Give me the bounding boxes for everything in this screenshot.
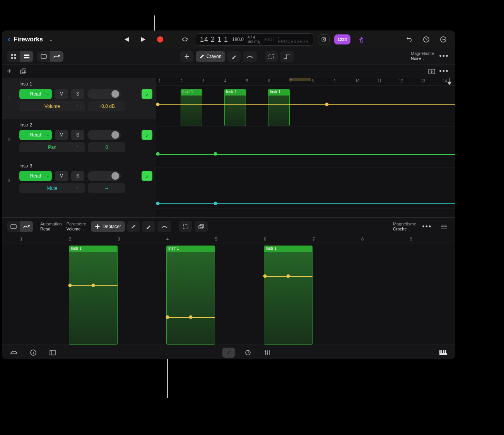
- automation-mode-button[interactable]: Read⌃⌄: [19, 171, 52, 181]
- track-1[interactable]: 1 Instr 1 Read⌃⌄ M S Volume⌃⌄ +0.0 dB ♪: [2, 78, 156, 119]
- editor-pencil-tool[interactable]: [127, 221, 140, 232]
- metronome-button[interactable]: [355, 34, 367, 45]
- duplicate-track-button[interactable]: [17, 66, 29, 77]
- info-button[interactable]: [27, 348, 39, 358]
- volume-slider[interactable]: [87, 130, 121, 140]
- mute-button[interactable]: M: [55, 130, 68, 140]
- brush-tool[interactable]: [227, 51, 241, 62]
- region[interactable]: Instr 1: [181, 89, 203, 126]
- track-3[interactable]: 3 Instr 3 Read⌃⌄ M S Mute⌃⌄ -- ♪: [2, 160, 156, 201]
- automation-mode-button[interactable]: Read⌃⌄: [19, 130, 52, 140]
- automation-line[interactable]: [156, 104, 455, 105]
- track-name[interactable]: Instr 1: [19, 81, 152, 87]
- keyboard-button[interactable]: [437, 348, 449, 358]
- move-tool[interactable]: [180, 51, 193, 62]
- solo-button[interactable]: S: [71, 171, 84, 181]
- editor-curve-tool[interactable]: [157, 221, 171, 232]
- automation-param-value[interactable]: --: [88, 183, 125, 193]
- mixer-button[interactable]: [261, 348, 273, 358]
- editor-region-view[interactable]: [7, 221, 20, 232]
- automation-param-select[interactable]: Volume⌃⌄: [19, 101, 85, 111]
- editor-region[interactable]: Instr 1: [264, 246, 313, 345]
- track-more-button[interactable]: •••: [438, 66, 450, 77]
- automation-line[interactable]: [156, 154, 455, 155]
- snap-control[interactable]: Magnétisme Noire ⌄: [411, 51, 434, 61]
- editor-more-button[interactable]: •••: [421, 221, 433, 232]
- automation-point[interactable]: [156, 103, 160, 106]
- arrange-ruler[interactable]: 1234567891011121314: [156, 78, 455, 86]
- grid-view-button[interactable]: [7, 51, 20, 62]
- pencil-footer-button[interactable]: [222, 348, 235, 358]
- settings-button[interactable]: [437, 34, 449, 45]
- automation-param-value[interactable]: 0: [88, 142, 125, 152]
- marquee-tool[interactable]: [265, 51, 278, 62]
- cycle-button[interactable]: [179, 34, 191, 45]
- automation-point[interactable]: [325, 103, 329, 106]
- lcd-display[interactable]: 14 2 1 1 180.0 4 / 4 Sol maj MIDI •PROCE…: [196, 33, 313, 46]
- editor-snap[interactable]: Magnétisme Croche ⌄: [393, 222, 416, 232]
- volume-slider[interactable]: [87, 89, 121, 99]
- import-button[interactable]: [425, 66, 438, 77]
- solo-button[interactable]: S: [71, 130, 84, 140]
- cycle-range[interactable]: [289, 78, 311, 81]
- more-button[interactable]: •••: [438, 51, 450, 62]
- editor-lane[interactable]: Instr 1Instr 1Instr 1: [2, 244, 455, 345]
- automation-point[interactable]: [214, 152, 217, 156]
- arrange-lane-2[interactable]: [156, 127, 455, 168]
- count-in-button[interactable]: 1234: [334, 34, 350, 44]
- editor-automation-point[interactable]: [166, 315, 169, 319]
- volume-slider[interactable]: [87, 171, 121, 181]
- automation-view-button[interactable]: [50, 51, 63, 62]
- automation-param-select[interactable]: Pan⌃⌄: [19, 142, 85, 152]
- editor-move-tool[interactable]: Déplacer: [91, 221, 125, 232]
- end-marker[interactable]: [447, 78, 452, 85]
- automation-point[interactable]: [156, 202, 160, 205]
- automation-param-select[interactable]: Mute⌃⌄: [19, 183, 85, 193]
- back-button[interactable]: ‹: [8, 34, 10, 44]
- automation-curve-tool[interactable]: [280, 51, 294, 62]
- instrument-icon[interactable]: ♪: [142, 89, 152, 99]
- undo-button[interactable]: [403, 34, 415, 45]
- editor-copy-tool[interactable]: [195, 221, 208, 232]
- loop-browser-button[interactable]: [8, 348, 20, 358]
- mute-button[interactable]: M: [55, 171, 68, 181]
- track-2[interactable]: 2 Instr 2 Read⌃⌄ M S Pan⌃⌄ 0 ♪: [2, 119, 156, 160]
- play-button[interactable]: [137, 34, 149, 45]
- editor-marquee-tool[interactable]: [179, 221, 192, 232]
- smart-controls-button[interactable]: [242, 348, 254, 358]
- editor-region[interactable]: Instr 1: [69, 246, 118, 345]
- record-button[interactable]: [154, 34, 166, 45]
- editor-automation-select[interactable]: Automation Read ⌄: [40, 222, 62, 232]
- track-name[interactable]: Instr 3: [19, 163, 152, 169]
- automation-param-value[interactable]: +0.0 dB: [88, 101, 125, 111]
- curve-tool[interactable]: [243, 51, 257, 62]
- arrange-lane-3[interactable]: [156, 168, 455, 209]
- automation-mode-button[interactable]: Read⌃⌄: [19, 89, 52, 99]
- arrange-area[interactable]: 1234567891011121314 Instr 1Instr 1Instr …: [156, 78, 455, 217]
- automation-line[interactable]: [156, 203, 455, 204]
- editor-ruler[interactable]: 123456789: [2, 235, 455, 244]
- region[interactable]: Instr 1: [268, 89, 290, 126]
- editor-automation-point[interactable]: [68, 284, 72, 287]
- pencil-tool[interactable]: Crayon: [196, 51, 226, 62]
- library-button[interactable]: [46, 348, 59, 358]
- editor-brush-tool[interactable]: [142, 221, 155, 232]
- automation-point[interactable]: [214, 202, 217, 205]
- automation-point[interactable]: [156, 152, 160, 156]
- instrument-icon[interactable]: ♪: [142, 171, 152, 181]
- editor-automation-point[interactable]: [287, 275, 290, 278]
- instrument-icon[interactable]: ♪: [142, 130, 152, 140]
- editor-automation-point[interactable]: [263, 275, 267, 278]
- region-view-button[interactable]: [37, 51, 50, 62]
- replace-button[interactable]: [318, 34, 330, 44]
- arrange-lanes[interactable]: Instr 1Instr 1Instr 1: [156, 86, 455, 209]
- go-to-start-button[interactable]: [120, 34, 132, 45]
- track-name[interactable]: Instr 2: [19, 122, 152, 128]
- editor-automation-point[interactable]: [92, 284, 95, 287]
- editor-param-select[interactable]: Paramètre Volume ⌄: [67, 222, 86, 232]
- editor-automation-view[interactable]: [20, 221, 33, 232]
- arrange-lane-1[interactable]: Instr 1Instr 1Instr 1: [156, 86, 455, 127]
- track-view-button[interactable]: [20, 51, 33, 62]
- region[interactable]: Instr 1: [224, 89, 246, 126]
- editor-region[interactable]: Instr 1: [166, 246, 215, 345]
